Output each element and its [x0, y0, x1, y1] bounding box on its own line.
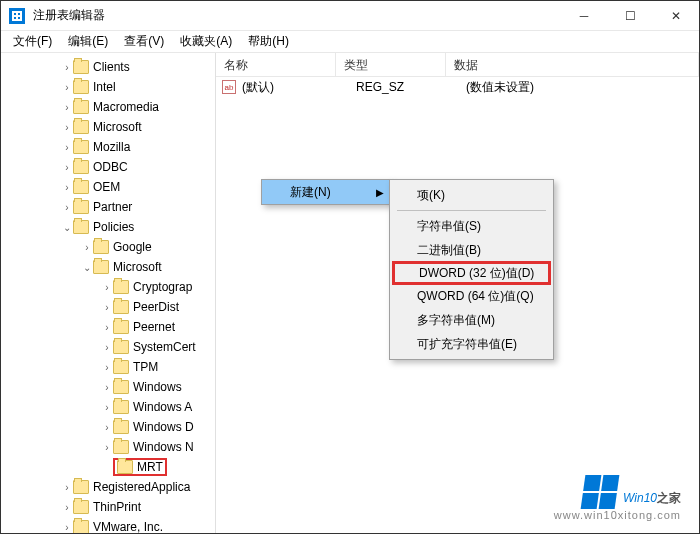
tree-item[interactable]: ›Windows: [1, 377, 215, 397]
chevron-icon: ›: [101, 342, 113, 353]
menu-favorites[interactable]: 收藏夹(A): [172, 31, 240, 52]
col-type[interactable]: 类型: [336, 53, 446, 76]
folder-icon: [73, 480, 89, 494]
tree-item-label: SystemCert: [133, 340, 196, 354]
value-data: (数值未设置): [466, 79, 699, 96]
tree-item[interactable]: ›RegisteredApplica: [1, 477, 215, 497]
menu-help[interactable]: 帮助(H): [240, 31, 297, 52]
tree-item[interactable]: ›Clients: [1, 57, 215, 77]
tree-item[interactable]: ›TPM: [1, 357, 215, 377]
menu-view[interactable]: 查看(V): [116, 31, 172, 52]
close-button[interactable]: ✕: [653, 1, 699, 31]
minimize-button[interactable]: ─: [561, 1, 607, 31]
chevron-icon: ›: [61, 182, 73, 193]
tree-item-label: Windows D: [133, 420, 194, 434]
tree-item-label: Macromedia: [93, 100, 159, 114]
string-value-icon: ab: [222, 80, 236, 94]
tree-item-label: Peernet: [133, 320, 175, 334]
submenu-item[interactable]: QWORD (64 位)值(Q): [393, 284, 550, 308]
tree-item[interactable]: ›Peernet: [1, 317, 215, 337]
tree-item[interactable]: ›Windows N: [1, 437, 215, 457]
windows-logo-icon: [581, 475, 620, 509]
tree-item[interactable]: MRT: [1, 457, 215, 477]
tree-item-label: Policies: [93, 220, 134, 234]
folder-icon: [73, 140, 89, 154]
folder-icon: [73, 100, 89, 114]
folder-icon: [73, 200, 89, 214]
tree-item-label: RegisteredApplica: [93, 480, 190, 494]
folder-icon: [117, 460, 133, 474]
context-submenu: 项(K)字符串值(S)二进制值(B)DWORD (32 位)值(D)QWORD …: [389, 179, 554, 360]
chevron-icon: ›: [61, 502, 73, 513]
chevron-icon: ›: [61, 142, 73, 153]
tree-item[interactable]: ›Partner: [1, 197, 215, 217]
menu-file[interactable]: 文件(F): [5, 31, 60, 52]
folder-icon: [113, 380, 129, 394]
tree-item-label: Microsoft: [113, 260, 162, 274]
chevron-icon: ›: [101, 362, 113, 373]
chevron-icon: ⌄: [81, 262, 93, 273]
chevron-icon: ›: [101, 282, 113, 293]
folder-icon: [113, 400, 129, 414]
chevron-icon: ⌄: [61, 222, 73, 233]
folder-icon: [113, 360, 129, 374]
tree-item[interactable]: ›Windows D: [1, 417, 215, 437]
tree-item[interactable]: ›ODBC: [1, 157, 215, 177]
submenu-item[interactable]: DWORD (32 位)值(D): [392, 261, 551, 285]
tree-item[interactable]: ›OEM: [1, 177, 215, 197]
chevron-icon: ›: [101, 322, 113, 333]
tree-item-label: TPM: [133, 360, 158, 374]
menu-edit[interactable]: 编辑(E): [60, 31, 116, 52]
tree-item-label: Windows: [133, 380, 182, 394]
chevron-icon: ›: [61, 162, 73, 173]
tree-item-label: PeerDist: [133, 300, 179, 314]
col-data[interactable]: 数据: [446, 53, 699, 76]
window-title: 注册表编辑器: [33, 7, 561, 24]
col-name[interactable]: 名称: [216, 53, 336, 76]
menu-item-new[interactable]: 新建(N) ▶: [262, 180, 390, 204]
brand-text: Win10之家: [623, 478, 681, 509]
menubar: 文件(F) 编辑(E) 查看(V) 收藏夹(A) 帮助(H): [1, 31, 699, 53]
titlebar: 注册表编辑器 ─ ☐ ✕: [1, 1, 699, 31]
tree-item[interactable]: ⌄Microsoft: [1, 257, 215, 277]
folder-icon: [113, 340, 129, 354]
app-icon: [9, 8, 25, 24]
tree-item-label: Microsoft: [93, 120, 142, 134]
tree-item[interactable]: ⌄Policies: [1, 217, 215, 237]
tree-item-label: Partner: [93, 200, 132, 214]
folder-icon: [73, 80, 89, 94]
watermark: Win10之家 www.win10xitong.com: [554, 475, 681, 521]
tree-item[interactable]: ›Intel: [1, 77, 215, 97]
submenu-item[interactable]: 字符串值(S): [393, 214, 550, 238]
tree-item-label: OEM: [93, 180, 120, 194]
tree-item[interactable]: ›Cryptograp: [1, 277, 215, 297]
tree-item[interactable]: ›Google: [1, 237, 215, 257]
tree-item[interactable]: ›Windows A: [1, 397, 215, 417]
chevron-icon: ›: [101, 422, 113, 433]
chevron-icon: ›: [61, 522, 73, 533]
tree-item[interactable]: ›Microsoft: [1, 117, 215, 137]
submenu-item[interactable]: 多字符串值(M): [393, 308, 550, 332]
folder-icon: [73, 60, 89, 74]
tree-item[interactable]: ›PeerDist: [1, 297, 215, 317]
chevron-icon: ›: [61, 122, 73, 133]
tree-item[interactable]: ›SystemCert: [1, 337, 215, 357]
folder-icon: [113, 320, 129, 334]
chevron-icon: ›: [61, 482, 73, 493]
submenu-item[interactable]: 项(K): [393, 183, 550, 207]
value-name: (默认): [242, 79, 356, 96]
tree-item-label: ODBC: [93, 160, 128, 174]
submenu-item[interactable]: 二进制值(B): [393, 238, 550, 262]
folder-icon: [93, 260, 109, 274]
tree-item[interactable]: ›VMware, Inc.: [1, 517, 215, 533]
submenu-item[interactable]: 可扩充字符串值(E): [393, 332, 550, 356]
maximize-button[interactable]: ☐: [607, 1, 653, 31]
chevron-icon: ›: [101, 382, 113, 393]
chevron-icon: ›: [101, 402, 113, 413]
tree-item[interactable]: ›Mozilla: [1, 137, 215, 157]
folder-icon: [73, 520, 89, 533]
tree-view[interactable]: ›Clients›Intel›Macromedia›Microsoft›Mozi…: [1, 53, 216, 533]
list-row[interactable]: ab (默认) REG_SZ (数值未设置): [216, 77, 699, 97]
tree-item[interactable]: ›Macromedia: [1, 97, 215, 117]
tree-item[interactable]: ›ThinPrint: [1, 497, 215, 517]
